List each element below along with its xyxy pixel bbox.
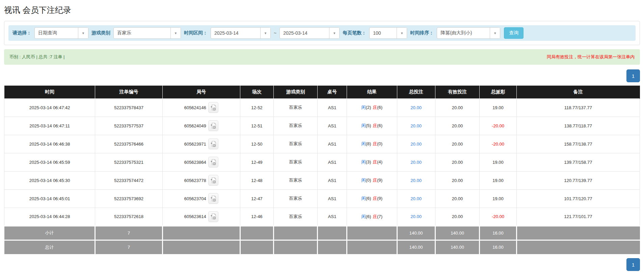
video-file-icon <box>210 159 216 165</box>
cell-round-id: 605623614 <box>162 208 240 226</box>
result-player-score: (8) <box>366 141 371 146</box>
video-file-icon <box>210 177 216 184</box>
page-button-1[interactable]: 1 <box>626 258 640 271</box>
cell-round-id: 605623864 <box>162 153 240 171</box>
total-bet-link[interactable]: 20.00 <box>410 105 422 110</box>
cell-session: 12-48 <box>240 171 274 189</box>
cell-payout: 19.00 <box>480 153 516 171</box>
query-type-select[interactable]: 日期查询 ▾ <box>34 27 88 39</box>
col-note: 备注 <box>516 86 640 98</box>
video-replay-button[interactable] <box>208 211 218 222</box>
total-bet-link[interactable]: 20.00 <box>410 178 422 183</box>
cell-session: 12-52 <box>240 98 274 117</box>
cell-note: 138.77/118.77 <box>516 117 640 135</box>
video-file-icon <box>210 104 216 111</box>
page-size-select[interactable]: 100 ▾ <box>369 27 407 39</box>
footer-empty-cell <box>516 240 640 254</box>
cell-time: 2025-03-14 06:47:42 <box>4 98 95 117</box>
time-sort-select[interactable]: 降冪(由大到小) ▾ <box>437 27 500 39</box>
cell-payout: -20.00 <box>480 208 516 226</box>
cell-payout: -20.00 <box>480 117 516 135</box>
cell-round-id: 605623971 <box>162 135 240 153</box>
time-sort-value: 降冪(由大到小) <box>437 30 490 36</box>
result-banker-score: (9) <box>377 178 382 183</box>
date-to-value: 2025-03-14 <box>280 30 329 36</box>
total-total-bet: 140.00 <box>397 240 435 254</box>
round-id-text: 605623704 <box>184 196 206 201</box>
result-banker-score: (0) <box>377 141 382 146</box>
footer-empty-cell <box>162 240 240 254</box>
footer-empty-cell <box>318 240 347 254</box>
video-replay-button[interactable] <box>208 157 218 168</box>
col-session: 场次 <box>240 86 274 98</box>
bet-records-table: 时间 注单编号 局号 场次 游戏类别 桌号 结果 总投注 有效投注 总派彩 备注… <box>4 86 640 254</box>
cell-time: 2025-03-14 06:45:01 <box>4 189 95 208</box>
result-banker-label: 庄 <box>373 214 377 219</box>
video-replay-button[interactable] <box>208 175 218 186</box>
result-player-label: 闲 <box>361 196 366 201</box>
total-bet-link[interactable]: 20.00 <box>410 160 422 165</box>
round-id-text: 605624049 <box>184 123 206 128</box>
cell-game-type: 百家乐 <box>274 189 318 208</box>
result-banker-label: 庄 <box>373 105 377 110</box>
cell-round-id: 605624049 <box>162 117 240 135</box>
cell-bet-id: 522337578437 <box>95 98 163 117</box>
cell-result: 闲(2)庄(6) <box>347 98 397 117</box>
cell-result: 闲(0)庄(9) <box>347 171 397 189</box>
cell-bet-id: 522337576466 <box>95 135 163 153</box>
table-row: 2025-03-14 06:44:28 522337572618 6056236… <box>4 208 640 226</box>
cell-valid-bet: 20.00 <box>435 98 480 117</box>
cell-time: 2025-03-14 06:45:30 <box>4 171 95 189</box>
cell-note: 121.77/101.77 <box>516 208 640 226</box>
cell-note: 139.77/158.77 <box>516 153 640 171</box>
total-bet-link[interactable]: 20.00 <box>410 142 422 147</box>
footer-empty-cell <box>274 240 318 254</box>
result-banker-score: (7) <box>377 214 382 219</box>
total-bet-link[interactable]: 20.00 <box>410 123 422 128</box>
date-from-value: 2025-03-14 <box>211 30 260 36</box>
cell-valid-bet: 20.00 <box>435 189 480 208</box>
video-replay-button[interactable] <box>208 193 218 204</box>
cell-time: 2025-03-14 06:47:11 <box>4 117 95 135</box>
cell-payout: -20.00 <box>480 135 516 153</box>
cell-total-bet: 20.00 <box>397 135 435 153</box>
result-player-label: 闲 <box>361 105 366 110</box>
cell-result: 闲(5)庄(6) <box>347 117 397 135</box>
page-title: 视讯 会员下注纪录 <box>4 5 640 16</box>
video-replay-button[interactable] <box>208 120 218 131</box>
footer-empty-cell <box>347 240 397 254</box>
total-bet-link[interactable]: 20.00 <box>410 196 422 201</box>
chevron-down-icon: ▾ <box>490 28 500 38</box>
cell-time: 2025-03-14 06:46:38 <box>4 135 95 153</box>
video-replay-button[interactable] <box>208 139 218 149</box>
cell-total-bet: 20.00 <box>397 153 435 171</box>
total-row: 总计 7 140.00 140.00 16.00 <box>4 240 640 254</box>
search-button[interactable]: 查询 <box>504 27 524 39</box>
col-result: 结果 <box>347 86 397 98</box>
query-type-label: 请选择： <box>12 30 31 36</box>
footer-empty-cell <box>347 226 397 240</box>
video-file-icon <box>210 123 216 129</box>
cell-table-no: AS1 <box>318 117 347 135</box>
result-banker-label: 庄 <box>373 178 377 183</box>
date-to-select[interactable]: 2025-03-14 ▾ <box>279 27 340 39</box>
table-row: 2025-03-14 06:45:59 522337575321 6056238… <box>4 153 640 171</box>
cell-bet-id: 522337572618 <box>95 208 163 226</box>
total-bet-link[interactable]: 20.00 <box>410 214 422 219</box>
game-type-select[interactable]: 百家乐 ▾ <box>113 27 181 39</box>
cell-note: 120.77/139.77 <box>516 171 640 189</box>
cell-payout: 19.00 <box>480 171 516 189</box>
table-header-row: 时间 注单编号 局号 场次 游戏类别 桌号 结果 总投注 有效投注 总派彩 备注 <box>4 86 640 98</box>
chevron-down-icon: ▾ <box>78 28 88 38</box>
chevron-down-icon: ▾ <box>170 28 181 38</box>
page-button-1[interactable]: 1 <box>626 69 640 82</box>
cell-session: 12-46 <box>240 208 274 226</box>
cell-note: 101.77/120.77 <box>516 189 640 208</box>
video-replay-button[interactable] <box>208 102 218 113</box>
cell-round-id: 605624146 <box>162 98 240 117</box>
cell-session: 12-50 <box>240 135 274 153</box>
result-player-label: 闲 <box>361 214 366 219</box>
round-id-text: 605623614 <box>184 214 206 219</box>
subtotal-count: 7 <box>95 226 163 240</box>
date-from-select[interactable]: 2025-03-14 ▾ <box>211 27 271 39</box>
